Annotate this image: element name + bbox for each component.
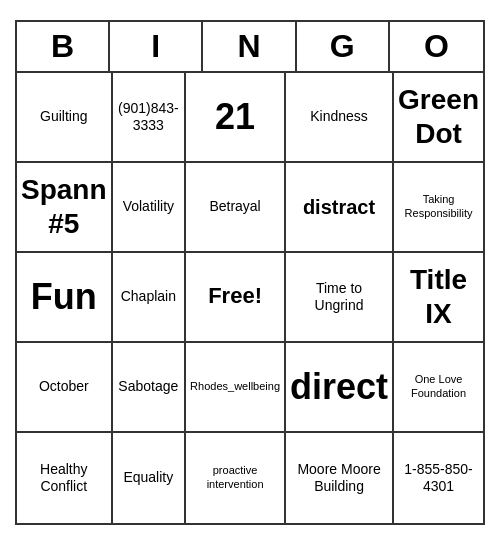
bingo-cell: Volatility <box>113 163 187 253</box>
cell-text: Rhodes_wellbeing <box>190 380 280 393</box>
header-letter: N <box>203 22 296 71</box>
bingo-cell: direct <box>286 343 394 433</box>
cell-text: One Love Foundation <box>398 373 479 399</box>
cell-text: 21 <box>215 95 255 138</box>
bingo-cell: Fun <box>17 253 113 343</box>
cell-text: Fun <box>31 275 97 318</box>
bingo-cell: Sabotage <box>113 343 187 433</box>
bingo-cell: 1-855-850-4301 <box>394 433 483 523</box>
cell-text: Chaplain <box>121 288 176 305</box>
cell-text: direct <box>290 365 388 408</box>
cell-text: distract <box>303 195 375 219</box>
bingo-cell: Taking Responsibility <box>394 163 483 253</box>
cell-text: proactive intervention <box>190 464 280 490</box>
bingo-cell: Moore Moore Building <box>286 433 394 523</box>
cell-text: Title IX <box>398 263 479 330</box>
cell-text: Sabotage <box>118 378 178 395</box>
cell-text: Guilting <box>40 108 87 125</box>
cell-text: Time to Ungrind <box>290 280 388 314</box>
header-letter: O <box>390 22 483 71</box>
bingo-cell: Title IX <box>394 253 483 343</box>
cell-text: Moore Moore Building <box>290 461 388 495</box>
cell-text: Taking Responsibility <box>398 193 479 219</box>
header-letter: I <box>110 22 203 71</box>
cell-text: October <box>39 378 89 395</box>
bingo-cell: Guilting <box>17 73 113 163</box>
cell-text: Spann #5 <box>21 173 107 240</box>
bingo-cell: Betrayal <box>186 163 286 253</box>
bingo-cell: October <box>17 343 113 433</box>
cell-text: 1-855-850-4301 <box>398 461 479 495</box>
cell-text: Healthy Conflict <box>21 461 107 495</box>
cell-text: Volatility <box>123 198 174 215</box>
header-letter: B <box>17 22 110 71</box>
header-letter: G <box>297 22 390 71</box>
bingo-cell: Time to Ungrind <box>286 253 394 343</box>
bingo-cell: distract <box>286 163 394 253</box>
bingo-cell: proactive intervention <box>186 433 286 523</box>
bingo-cell: Chaplain <box>113 253 187 343</box>
bingo-grid: Guilting(901)843-333321KindnessGreen Dot… <box>17 73 483 523</box>
bingo-cell: Rhodes_wellbeing <box>186 343 286 433</box>
bingo-cell: Healthy Conflict <box>17 433 113 523</box>
bingo-cell: One Love Foundation <box>394 343 483 433</box>
bingo-card: BINGO Guilting(901)843-333321KindnessGre… <box>15 20 485 525</box>
bingo-cell: 21 <box>186 73 286 163</box>
bingo-cell: Kindness <box>286 73 394 163</box>
cell-text: Equality <box>123 469 173 486</box>
cell-text: Betrayal <box>209 198 260 215</box>
cell-text: Free! <box>208 283 262 309</box>
bingo-cell: Free! <box>186 253 286 343</box>
bingo-cell: Equality <box>113 433 187 523</box>
cell-text: Kindness <box>310 108 368 125</box>
bingo-cell: (901)843-3333 <box>113 73 187 163</box>
bingo-cell: Spann #5 <box>17 163 113 253</box>
bingo-header: BINGO <box>17 22 483 73</box>
bingo-cell: Green Dot <box>394 73 483 163</box>
cell-text: (901)843-3333 <box>117 100 181 134</box>
cell-text: Green Dot <box>398 83 479 150</box>
